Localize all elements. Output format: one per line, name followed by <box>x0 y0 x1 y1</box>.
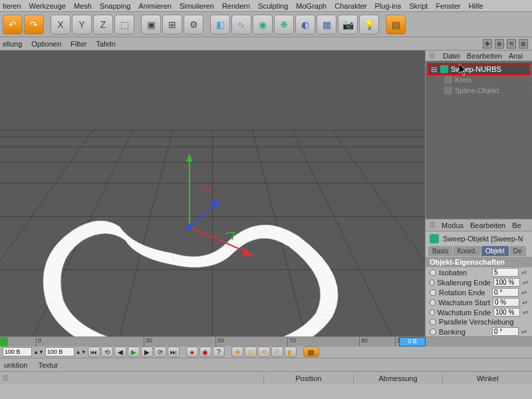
stepper-icon[interactable]: ▴▾ <box>521 329 528 334</box>
menu-item[interactable]: Sculpting <box>258 2 288 10</box>
stepper-icon[interactable]: ▲▼ <box>76 349 86 355</box>
pla-key-button[interactable]: ◐ <box>285 346 297 357</box>
rotate-key-button[interactable]: ⟲ <box>258 346 270 357</box>
zoom-icon[interactable]: ⊕ <box>495 39 504 49</box>
environment-button[interactable]: ▦ <box>317 15 336 35</box>
menu-item[interactable]: Skript <box>409 2 428 10</box>
undo-button[interactable]: ↶ <box>3 15 23 35</box>
property-value[interactable] <box>492 268 519 277</box>
grip-icon[interactable] <box>3 375 8 382</box>
anim-dot-icon[interactable] <box>430 329 436 335</box>
timeline-ruler[interactable]: 030507090100 0 B <box>0 337 532 346</box>
light-button[interactable]: 💡 <box>359 15 379 35</box>
menu-item[interactable]: Mesh <box>74 2 92 10</box>
redo-button[interactable]: ↷ <box>24 15 44 35</box>
menu-item[interactable]: Hilfe <box>469 2 483 10</box>
object-sweep-nurbs[interactable]: ⊟ Sweep-NURBS : : <box>428 64 529 74</box>
axis-z-button[interactable]: Z <box>93 15 113 35</box>
play-button[interactable]: ▶ <box>128 346 140 357</box>
mat-menu[interactable]: Textur <box>38 361 58 369</box>
tab-objekt[interactable]: Objekt <box>481 246 509 256</box>
view-menu[interactable]: Filter <box>70 40 86 48</box>
keyframe-options-button[interactable]: ? <box>213 346 225 357</box>
property-value[interactable] <box>492 288 519 297</box>
render-region-button[interactable]: ⊞ <box>162 15 182 35</box>
visibility-dots[interactable]: : : <box>527 85 531 92</box>
nurbs-button[interactable]: ◉ <box>253 15 273 35</box>
next-frame-button[interactable]: ▶ <box>141 346 153 357</box>
tab-de[interactable]: De <box>509 246 526 256</box>
cube-primitive-button[interactable]: ◧ <box>210 15 230 35</box>
anim-dot-icon[interactable] <box>430 299 436 306</box>
menu-item[interactable]: Rendern <box>222 2 250 10</box>
visibility-dots[interactable]: : : <box>527 64 531 71</box>
rotate-icon[interactable]: ⟲ <box>507 39 516 49</box>
prev-frame-button[interactable]: ◀ <box>114 346 126 357</box>
grip-icon[interactable] <box>430 222 435 229</box>
menu-item[interactable]: Snapping <box>100 2 131 10</box>
spline-button[interactable]: ∿ <box>231 15 251 35</box>
anim-dot-icon[interactable] <box>430 279 434 286</box>
anim-dot-icon[interactable] <box>430 269 436 276</box>
current-frame-field[interactable] <box>45 347 74 356</box>
am-menu[interactable]: Be <box>512 221 521 229</box>
coord-system-button[interactable]: ⬚ <box>114 15 134 35</box>
deformer-button[interactable]: ◐ <box>295 15 315 35</box>
expand-icon[interactable]: ⊟ <box>431 65 438 74</box>
render-view-button[interactable]: ▣ <box>141 15 161 35</box>
start-frame-field[interactable] <box>3 347 32 356</box>
axis-y-button[interactable]: Y <box>72 15 92 35</box>
anim-dot-icon[interactable] <box>430 309 435 316</box>
render-settings-button[interactable]: ⚙ <box>184 15 203 35</box>
layout-icon[interactable]: ⊞ <box>519 39 528 49</box>
move-key-button[interactable]: ✥ <box>231 346 243 357</box>
stepper-icon[interactable]: ▲▼ <box>33 349 44 355</box>
scene-button[interactable]: ▤ <box>386 15 406 35</box>
stepper-icon[interactable]: ▴▾ <box>521 289 528 295</box>
am-menu[interactable]: Modus <box>442 221 464 229</box>
menu-item[interactable]: Simulieren <box>180 2 214 10</box>
grip-icon[interactable] <box>430 53 435 59</box>
menu-item[interactable]: Animieren <box>138 2 172 10</box>
anim-dot-icon[interactable] <box>430 319 436 325</box>
anim-dot-icon[interactable] <box>430 289 436 296</box>
menu-item[interactable]: Plug-ins <box>375 2 402 10</box>
perspective-viewport[interactable] <box>0 51 426 336</box>
camera-button[interactable]: 📷 <box>338 15 358 35</box>
stepper-icon[interactable]: ▴▾ <box>521 269 528 275</box>
om-menu[interactable]: Ansi <box>509 52 523 60</box>
om-menu[interactable]: Bearbeiten <box>467 52 502 60</box>
modeling-button[interactable]: ❋ <box>274 15 294 35</box>
view-menu[interactable]: ellung <box>3 40 22 48</box>
pan-icon[interactable]: ✥ <box>483 39 492 49</box>
stepper-icon[interactable]: ▴▾ <box>522 299 528 305</box>
menu-item[interactable]: Charakter <box>334 2 366 10</box>
record-button[interactable]: ● <box>186 346 198 357</box>
object-spline[interactable]: Spline-Objekt : : <box>428 85 529 96</box>
object-kreis[interactable]: Kreis : : <box>428 74 529 85</box>
om-menu[interactable]: Datei <box>443 52 460 60</box>
property-value[interactable] <box>493 298 519 307</box>
goto-start-button[interactable]: ⏮ <box>88 346 100 357</box>
visibility-dots[interactable]: : : <box>527 74 531 82</box>
object-manager-tree[interactable]: ⊟ Sweep-NURBS : : Kreis : : Spline-Objek… <box>426 61 532 219</box>
view-menu[interactable]: Tafeln <box>96 40 115 48</box>
next-key-button[interactable]: ⟳ <box>154 346 166 357</box>
view-menu[interactable]: Optionen <box>31 40 61 48</box>
autokey-button[interactable]: ◉ <box>200 346 211 357</box>
property-value[interactable] <box>493 278 520 287</box>
param-key-button[interactable]: P <box>271 346 283 357</box>
property-value[interactable] <box>492 327 519 336</box>
mat-menu[interactable]: unktion <box>4 361 27 369</box>
prev-key-button[interactable]: ⟲ <box>101 346 113 357</box>
menu-item[interactable]: Werkzeuge <box>29 2 66 10</box>
menu-item[interactable]: tieren <box>3 2 21 10</box>
goto-end-button[interactable]: ⏭ <box>168 346 180 357</box>
property-value[interactable] <box>493 308 520 317</box>
tab-koord[interactable]: Koord. <box>453 246 480 256</box>
timeline-window-button[interactable]: ▤ <box>303 346 319 357</box>
am-menu[interactable]: Bearbeiten <box>470 221 505 229</box>
scale-key-button[interactable]: ⊡ <box>245 346 257 357</box>
menu-item[interactable]: Fenster <box>436 2 460 10</box>
menu-item[interactable]: MoGraph <box>296 2 327 10</box>
